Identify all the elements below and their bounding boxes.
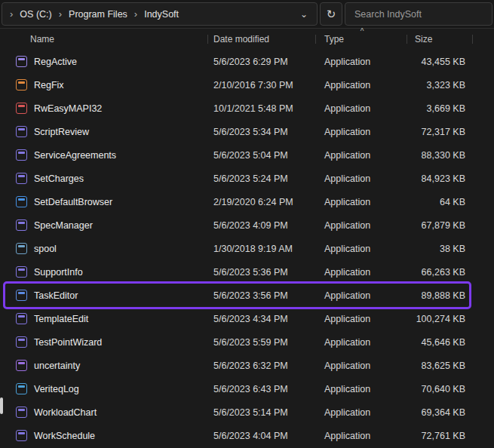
date-modified: 2/10/2016 7:30 PM (208, 80, 316, 91)
file-name: SpecManager (34, 220, 93, 231)
date-modified: 5/6/2023 5:24 PM (208, 173, 316, 184)
file-name: SetCharges (34, 173, 84, 184)
app-icon (16, 173, 27, 184)
breadcrumb-chevron-icon: › (131, 8, 140, 20)
file-row[interactable]: VeriteqLog 5/6/2023 6:43 PM Application … (0, 377, 494, 400)
breadcrumb-chevron-icon: › (56, 8, 65, 20)
file-size: 66,263 KB (407, 267, 473, 278)
date-modified: 5/6/2023 6:43 PM (208, 384, 316, 394)
file-name: ServiceAgreements (34, 150, 116, 161)
file-type: Application (316, 57, 407, 67)
file-name: SupportInfo (34, 267, 83, 278)
date-modified: 5/6/2023 3:56 PM (208, 290, 316, 301)
file-name: RegActive (34, 57, 77, 67)
name-cell: TaskEditor (0, 290, 208, 301)
file-row[interactable]: RegActive 5/6/2023 6:29 PM Application 4… (0, 50, 494, 73)
search-box[interactable] (345, 2, 492, 26)
file-name: TemplateEdit (34, 314, 88, 324)
breadcrumb-program-files[interactable]: Program Files (65, 8, 131, 21)
search-input[interactable] (353, 8, 484, 20)
breadcrumb-indysoft[interactable]: IndySoft (140, 8, 183, 21)
file-name: SetDefaultBrowser (34, 197, 112, 207)
file-size: 72,317 KB (407, 127, 473, 137)
file-type: Application (316, 150, 407, 161)
address-dropdown-icon[interactable]: ⌄ (296, 9, 312, 20)
file-list: RegActive 5/6/2023 6:29 PM Application 4… (0, 50, 494, 447)
file-size: 3,669 KB (407, 103, 473, 114)
left-pane-scrollbar-thumb[interactable] (0, 397, 3, 414)
app-icon (16, 126, 27, 137)
file-size: 84,923 KB (407, 173, 473, 184)
file-row[interactable]: ScriptReview 5/6/2023 5:34 PM Applicatio… (0, 120, 494, 143)
app-icon (16, 336, 27, 348)
breadcrumb-chevron-icon: › (7, 8, 16, 20)
file-type: Application (316, 290, 407, 301)
file-row[interactable]: SpecManager 5/6/2023 4:09 PM Application… (0, 213, 494, 237)
file-type: Application (316, 197, 407, 207)
app-icon (16, 290, 27, 301)
name-cell: ScriptReview (0, 126, 208, 137)
file-type: Application (316, 80, 407, 91)
file-row[interactable]: ServiceAgreements 5/6/2023 5:04 PM Appli… (0, 143, 494, 167)
file-type: Application (316, 384, 407, 394)
date-modified: 5/6/2023 5:59 PM (208, 337, 316, 348)
name-cell: spool (0, 243, 208, 254)
file-size: 43,455 KB (407, 57, 473, 67)
file-size: 70,640 KB (407, 384, 473, 394)
name-cell: WorkloadChart (0, 407, 208, 418)
date-modified: 10/1/2021 5:48 PM (208, 103, 316, 114)
file-type: Application (316, 127, 407, 137)
file-size: 88,330 KB (407, 150, 473, 161)
file-size: 72,761 KB (407, 431, 473, 441)
file-name: RwEasyMAPI32 (34, 103, 102, 114)
app-icon (16, 79, 27, 91)
date-modified: 5/6/2023 4:34 PM (208, 314, 316, 324)
file-row[interactable]: TaskEditor 5/6/2023 3:56 PM Application … (0, 284, 494, 307)
name-cell: uncertainty (0, 360, 208, 371)
file-name: ScriptReview (34, 127, 89, 137)
refresh-button[interactable]: ↻ (320, 2, 342, 26)
column-header-name[interactable]: Name (0, 29, 208, 50)
app-icon (16, 243, 27, 254)
file-name: VeriteqLog (34, 384, 79, 394)
file-row[interactable]: spool 1/30/2018 9:19 AM Application 38 K… (0, 237, 494, 260)
app-icon (16, 313, 27, 324)
file-type: Application (316, 244, 407, 254)
app-icon (16, 196, 27, 207)
breadcrumb-drive[interactable]: OS (C:) (16, 8, 55, 21)
file-name: WorkSchedule (34, 431, 95, 441)
date-modified: 1/30/2018 9:19 AM (208, 244, 316, 254)
file-row[interactable]: RegFix 2/10/2016 7:30 PM Application 3,3… (0, 73, 494, 97)
name-cell: TestPointWizard (0, 336, 208, 348)
column-header-size[interactable]: Size (407, 29, 473, 50)
file-row[interactable]: uncertainty 5/6/2023 6:32 PM Application… (0, 354, 494, 377)
date-modified: 5/6/2023 5:34 PM (208, 127, 316, 137)
file-row[interactable]: SetCharges 5/6/2023 5:24 PM Application … (0, 167, 494, 190)
file-size: 67,879 KB (407, 220, 473, 231)
file-row[interactable]: TemplateEdit 5/6/2023 4:34 PM Applicatio… (0, 307, 494, 330)
address-bar[interactable]: › OS (C:) › Program Files › IndySoft ⌄ (2, 2, 318, 26)
file-size: 83,625 KB (407, 361, 473, 371)
file-name: RegFix (34, 80, 64, 91)
file-row[interactable]: TestPointWizard 5/6/2023 5:59 PM Applica… (0, 330, 494, 354)
date-modified: 2/19/2020 6:24 PM (208, 197, 316, 207)
file-size: 69,364 KB (407, 407, 473, 418)
app-icon (16, 430, 27, 441)
date-modified: 5/6/2023 5:14 PM (208, 407, 316, 418)
date-modified: 5/6/2023 6:32 PM (208, 361, 316, 371)
name-cell: SetCharges (0, 173, 208, 184)
name-cell: VeriteqLog (0, 383, 208, 394)
name-cell: RegFix (0, 79, 208, 91)
file-size: 100,274 KB (407, 314, 473, 324)
file-type: Application (316, 431, 407, 441)
file-row[interactable]: SupportInfo 5/6/2023 5:36 PM Application… (0, 260, 494, 284)
file-row[interactable]: WorkSchedule 5/6/2023 4:04 PM Applicatio… (0, 424, 494, 447)
app-icon (16, 266, 27, 278)
file-type: Application (316, 173, 407, 184)
file-row[interactable]: WorkloadChart 5/6/2023 5:14 PM Applicati… (0, 400, 494, 424)
date-modified: 5/6/2023 4:04 PM (208, 431, 316, 441)
file-size: 89,888 KB (407, 290, 473, 301)
column-header-date-modified[interactable]: Date modified (208, 29, 316, 50)
file-row[interactable]: RwEasyMAPI32 10/1/2021 5:48 PM Applicati… (0, 97, 494, 120)
file-row[interactable]: SetDefaultBrowser 2/19/2020 6:24 PM Appl… (0, 190, 494, 213)
